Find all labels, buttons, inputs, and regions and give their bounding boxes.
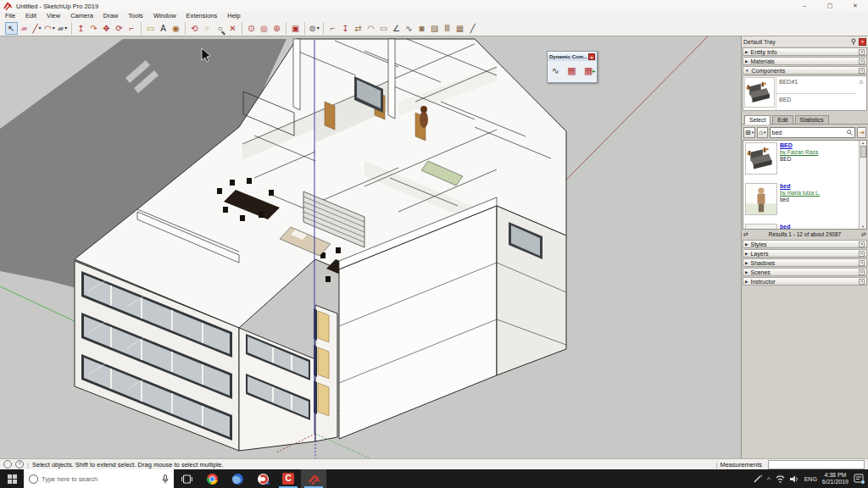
- next-page-icon[interactable]: ⇄: [861, 231, 866, 238]
- menu-view[interactable]: View: [42, 12, 65, 20]
- view-options-button[interactable]: ⊞▾: [743, 127, 755, 138]
- interact-button[interactable]: ∿: [552, 64, 559, 76]
- ext-profile-tool[interactable]: ⌐: [326, 22, 339, 35]
- section-entity-info[interactable]: ▶Entity Info×: [743, 47, 867, 56]
- results-scrollbar[interactable]: ▲ ▼: [859, 141, 866, 229]
- chevron-down-icon[interactable]: ▾: [317, 22, 320, 35]
- push-pull-tool[interactable]: ↥: [75, 22, 87, 35]
- result-title-link[interactable]: bed: [780, 224, 804, 229]
- section-shadows[interactable]: ▶Shadows×: [743, 258, 867, 267]
- paint-taskbar-icon[interactable]: [250, 469, 275, 488]
- zoom-extents-tool[interactable]: ✕: [226, 22, 239, 35]
- ext-crate-tool[interactable]: ▦: [453, 22, 466, 35]
- in-model-button[interactable]: ⌂▾: [757, 127, 767, 138]
- maximize-button[interactable]: ▢: [817, 0, 843, 12]
- result-author-link[interactable]: by maria luiza L.: [780, 190, 820, 197]
- windows-ink-icon[interactable]: [754, 474, 762, 483]
- ext-boards-tool[interactable]: ⇄: [352, 22, 364, 35]
- line-tool[interactable]: ╱▾: [31, 22, 43, 35]
- ext-planks-tool[interactable]: ▨: [428, 22, 441, 35]
- menu-file[interactable]: File: [0, 12, 20, 20]
- close-icon[interactable]: ×: [859, 269, 865, 275]
- chevron-down-icon[interactable]: ▾: [39, 22, 42, 35]
- position-camera-tool[interactable]: ⊙: [245, 22, 258, 35]
- scrollbar-thumb[interactable]: [860, 146, 866, 158]
- chrome-taskbar-icon[interactable]: [199, 469, 225, 488]
- arc-tool[interactable]: ◠▾: [43, 22, 56, 35]
- text-tool[interactable]: A: [157, 22, 170, 35]
- ext-arc-tool[interactable]: ◠: [364, 22, 377, 35]
- result-title-link[interactable]: BED: [780, 142, 818, 149]
- task-view-taskbar-icon[interactable]: [174, 469, 199, 488]
- section-instructor[interactable]: ▶Instructor×: [743, 277, 867, 286]
- select-tool[interactable]: ↖: [5, 22, 18, 35]
- scroll-up-icon[interactable]: ▲: [861, 141, 865, 145]
- section-layers[interactable]: ▶Layers×: [743, 249, 867, 258]
- menu-draw[interactable]: Draw: [98, 12, 124, 20]
- tab-edit[interactable]: Edit: [772, 115, 793, 124]
- close-icon[interactable]: ×: [859, 260, 865, 266]
- search-input[interactable]: bed: [770, 127, 856, 138]
- component-description-field[interactable]: BED: [776, 94, 856, 111]
- ext-slot-tool[interactable]: ▭: [377, 22, 390, 35]
- tape-measure-tool[interactable]: ▭: [144, 22, 157, 35]
- network-icon[interactable]: [776, 475, 785, 483]
- speaker-icon[interactable]: [790, 475, 799, 483]
- zoom-tool[interactable]: ○: [214, 22, 226, 35]
- tab-select[interactable]: Select: [744, 115, 771, 125]
- section-plane-tool[interactable]: ▣: [289, 22, 302, 35]
- paint-bucket-tool[interactable]: ◉: [170, 22, 182, 35]
- move-tool[interactable]: ✥: [100, 22, 113, 35]
- sign-in-tool[interactable]: ⊚▾: [308, 22, 320, 35]
- secondary-pane-icon[interactable]: ⌂: [856, 76, 866, 110]
- show-hidden-icons-icon[interactable]: ^: [767, 475, 771, 483]
- ext-clamp-tool[interactable]: ◙: [415, 22, 428, 35]
- ext-knife-tool[interactable]: ╱: [466, 22, 479, 35]
- walk-tool[interactable]: ⊛: [270, 22, 283, 35]
- component-result[interactable]: BEDby Faizan RazaBED: [743, 141, 859, 181]
- chevron-down-icon[interactable]: ▾: [64, 22, 67, 35]
- close-icon[interactable]: ×: [859, 38, 866, 46]
- ext-angle-tool[interactable]: ∠: [390, 22, 403, 35]
- component-name-field[interactable]: BED#1: [776, 76, 856, 94]
- ext-press-tool[interactable]: ↧: [339, 22, 352, 35]
- close-icon[interactable]: ×: [859, 68, 865, 74]
- chevron-down-icon[interactable]: ▾: [53, 22, 55, 35]
- result-author-link[interactable]: by Faizan Raza: [780, 149, 818, 156]
- menu-extensions[interactable]: Extensions: [181, 12, 223, 20]
- close-icon[interactable]: ×: [588, 53, 595, 60]
- dynamic-components-titlebar[interactable]: Dynamic Com... ×: [548, 52, 597, 61]
- component-attributes-button[interactable]: ▦+: [584, 64, 593, 76]
- pan-tool[interactable]: ☞: [201, 22, 214, 35]
- measurements-input[interactable]: [768, 460, 865, 469]
- menu-tools[interactable]: Tools: [123, 12, 148, 20]
- menu-camera[interactable]: Camera: [65, 12, 98, 20]
- close-icon[interactable]: ×: [859, 58, 865, 64]
- help-icon[interactable]: ?: [15, 460, 24, 469]
- corel-taskbar-icon[interactable]: C: [275, 469, 301, 488]
- tab-statistics[interactable]: Statistics: [795, 115, 829, 124]
- ext-beam-tool[interactable]: Ⅲ: [441, 22, 453, 35]
- clock[interactable]: 4:38 PM 6/21/2019: [822, 472, 849, 485]
- sketchup-taskbar-icon[interactable]: [301, 469, 326, 488]
- close-icon[interactable]: ×: [859, 279, 865, 285]
- component-result[interactable]: bedby maria luiza L.bed: [743, 181, 859, 222]
- geolocation-icon[interactable]: [3, 460, 12, 469]
- scroll-down-icon[interactable]: ▼: [861, 225, 865, 229]
- ext-lasso-tool[interactable]: ∿: [403, 22, 415, 35]
- component-result[interactable]: bedby Lucy S: [743, 222, 859, 229]
- rotate-tool[interactable]: ⟳: [113, 22, 125, 35]
- close-icon[interactable]: ×: [859, 49, 865, 55]
- section-components[interactable]: ▼ Components ×: [743, 66, 867, 75]
- eraser-tool[interactable]: ▰: [18, 22, 31, 35]
- section-materials[interactable]: ▶Materials×: [743, 57, 867, 65]
- section-scenes[interactable]: ▶Scenes×: [743, 268, 867, 276]
- menu-window[interactable]: Window: [148, 12, 181, 20]
- section-styles[interactable]: ▶Styles×: [743, 240, 867, 248]
- rectangle-tool[interactable]: ▰▾: [56, 22, 69, 35]
- close-button[interactable]: ✕: [843, 0, 868, 12]
- follow-me-tool[interactable]: ↷: [87, 22, 100, 35]
- globe-taskbar-icon[interactable]: [225, 469, 250, 488]
- pin-icon[interactable]: [850, 38, 857, 45]
- look-around-tool[interactable]: ◎: [258, 22, 270, 35]
